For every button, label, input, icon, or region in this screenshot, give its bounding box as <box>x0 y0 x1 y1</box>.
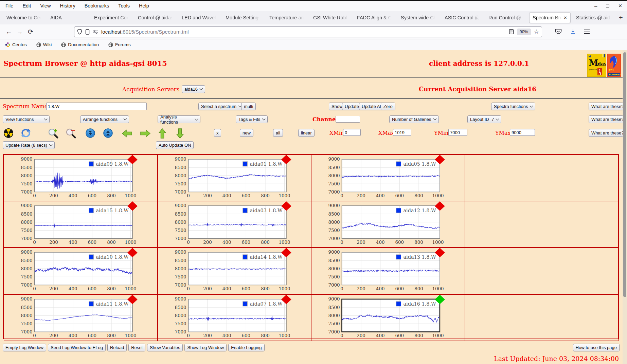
close-button[interactable]: ✕ <box>618 3 622 8</box>
number-of-galleries-dropdown[interactable]: Number of Galleries <box>389 115 439 123</box>
reload-button[interactable]: Reload <box>107 344 127 351</box>
send-log-window-to-elog-button[interactable]: Send Log Window to ELog <box>48 344 106 351</box>
reload-button[interactable]: ⟳ <box>25 26 36 37</box>
gallery-cell-aida14[interactable]: aida14 1.8.W9000850080007500700002004006… <box>158 248 311 294</box>
arrow-up-icon[interactable] <box>158 128 166 139</box>
gallery-cell-aida13[interactable]: aida13 1.8.W9000850080007500700002004006… <box>311 248 465 294</box>
refresh-icon[interactable] <box>20 128 31 138</box>
menu-view[interactable]: View <box>40 3 51 8</box>
acquisition-server-select[interactable]: aida16 <box>182 85 205 93</box>
multi-button[interactable]: multi <box>241 103 256 110</box>
new-tab-button[interactable]: + <box>619 14 623 22</box>
gallery-cell-aida09[interactable]: aida09 1.8.W9000850080007500700002004006… <box>4 154 158 201</box>
reader-mode-icon[interactable] <box>509 29 514 34</box>
spectrum-name-input[interactable] <box>46 103 147 110</box>
expand-up-icon[interactable] <box>103 128 113 138</box>
bookmark-centos[interactable]: Centos <box>5 42 27 47</box>
spectrum-chart[interactable]: aida10 1.8.W9000850080007500700002004006… <box>4 248 157 294</box>
zoom-in-icon[interactable] <box>48 128 59 139</box>
gallery-cell-aida03[interactable]: aida03 1.8.W9000850080007500700002004006… <box>158 201 311 248</box>
arrange-functions-dropdown[interactable]: Arrange functions <box>80 115 129 123</box>
new-button[interactable]: new <box>240 129 253 137</box>
update-rate-dropdown[interactable]: Update Rate (8 secs) <box>3 141 55 149</box>
browser-tab[interactable]: Run Control @ a <box>485 12 527 23</box>
x-button[interactable]: x <box>214 129 221 137</box>
gallery-cell-aida07[interactable]: aida07 1.8.W9000850080007500700002004006… <box>158 294 311 341</box>
menu-hamburger-icon[interactable] <box>584 29 590 35</box>
spectrum-chart[interactable]: aida11 1.8.W9000850080007500700002004006… <box>4 295 157 341</box>
select-spectrum-dropdown[interactable]: Select a spectrum <box>198 103 244 110</box>
bookmark-forums[interactable]: Forums <box>108 42 131 47</box>
layout-id-dropdown[interactable]: Layout ID=7 <box>467 115 501 123</box>
gallery-cell-aida11[interactable]: aida11 1.8.W9000850080007500700002004006… <box>4 294 158 341</box>
spectrum-chart[interactable]: aida09 1.8.W9000850080007500700002004006… <box>4 155 157 201</box>
menu-help[interactable]: Help <box>139 3 149 8</box>
gallery-cell-aida15[interactable]: aida15 1.8.W9000850080007500700002004006… <box>4 201 158 248</box>
gallery-cell-aida16[interactable]: aida16 1.8.W9000850080007500700002004006… <box>311 294 465 341</box>
all-button[interactable]: all <box>273 129 283 137</box>
menu-history[interactable]: History <box>60 3 75 8</box>
xmax-input[interactable] <box>393 129 411 136</box>
back-button[interactable]: ← <box>3 26 14 37</box>
browser-tab[interactable]: AIDA <box>47 12 89 23</box>
analysis-functions-dropdown[interactable]: Analysis functions <box>158 115 200 123</box>
scrollbar-thumb[interactable] <box>623 52 626 297</box>
browser-tab[interactable]: Temperature and <box>266 12 308 23</box>
bookmark-wiki[interactable]: Wiki <box>36 42 52 47</box>
spectrum-chart[interactable]: aida01 1.8.W9000850080007500700002004006… <box>158 155 311 201</box>
linear-button[interactable]: linear <box>298 129 315 137</box>
reset-button[interactable]: Reset <box>128 344 145 351</box>
permissions-icon[interactable] <box>93 30 98 34</box>
page-icon[interactable] <box>85 29 90 35</box>
empty-log-window-button[interactable]: Empty Log Window <box>3 344 46 351</box>
enable-logging-button[interactable]: Enable Logging <box>228 344 264 351</box>
zoom-out-icon[interactable] <box>66 128 76 139</box>
browser-tab[interactable]: Control @ aidas <box>135 12 176 23</box>
gallery-cell-aida12[interactable]: aida12 1.8.W9000850080007500700002004006… <box>311 201 465 248</box>
browser-tab-active[interactable]: Spectrum Brow✕ <box>529 12 571 23</box>
browser-tab[interactable]: Experiment Cont <box>91 12 132 23</box>
zoom-level-badge[interactable]: 90% <box>517 29 531 35</box>
spectrum-chart[interactable]: aida03 1.8.W9000850080007500700002004006… <box>158 201 311 247</box>
gallery-cell-aida05[interactable]: aida05 1.8.W9000850080007500700002004006… <box>311 154 465 201</box>
what-are-these-button-1[interactable]: What are these? <box>589 103 626 110</box>
pocket-icon[interactable] <box>555 29 562 35</box>
spectra-functions-dropdown[interactable]: Spectra functions <box>491 103 535 110</box>
auto-update-button[interactable]: Auto Update ON <box>156 141 194 149</box>
browser-tab[interactable]: LED and Wavefo <box>179 12 220 23</box>
tags-fits-dropdown[interactable]: Tags & Fits <box>236 115 268 123</box>
forward-button[interactable]: → <box>14 26 25 37</box>
spectrum-chart[interactable]: aida15 1.8.W9000850080007500700002004006… <box>4 201 157 247</box>
url-bar[interactable]: localhost:8015/Spectrum/Spectrum.tml 90%… <box>74 26 542 37</box>
browser-tab[interactable]: ASIC Control @ <box>442 12 483 23</box>
ymin-input[interactable] <box>448 129 467 136</box>
page-scrollbar[interactable] <box>623 50 627 364</box>
browser-tab[interactable]: Module Settings <box>222 12 264 23</box>
gallery-cell-aida10[interactable]: aida10 1.8.W9000850080007500700002004006… <box>4 248 158 294</box>
browser-tab[interactable]: Welcome to Cen <box>3 12 45 23</box>
browser-tab[interactable]: Statistics @ aida <box>573 12 614 23</box>
what-are-these-button-2[interactable]: What are these? <box>589 115 626 123</box>
how-to-use-button[interactable]: How to use this page <box>573 344 620 351</box>
spectrum-chart[interactable]: aida05 1.8.W9000850080007500700002004006… <box>311 155 465 201</box>
arrow-down-icon[interactable] <box>176 128 184 139</box>
url-text[interactable]: localhost:8015/Spectrum/Spectrum.tml <box>101 29 506 35</box>
spectrum-chart[interactable]: aida13 1.8.W9000850080007500700002004006… <box>311 248 465 294</box>
bookmark-documentation[interactable]: Documentation <box>61 42 99 47</box>
spectrum-chart[interactable]: aida14 1.8.W9000850080007500700002004006… <box>158 248 311 294</box>
maximize-button[interactable] <box>606 4 609 7</box>
show-variables-button[interactable]: Show Variables <box>147 344 183 351</box>
zero-button[interactable]: Zero <box>381 103 395 110</box>
tab-close-icon[interactable]: ✕ <box>563 15 567 20</box>
xmin-input[interactable] <box>343 129 361 136</box>
browser-tab[interactable]: System wide Ch <box>398 12 439 23</box>
browser-tab[interactable]: FADC Align & Co <box>354 12 395 23</box>
bookmark-star-icon[interactable]: ☆ <box>534 28 539 35</box>
menu-bookmarks[interactable]: Bookmarks <box>85 3 109 8</box>
collapse-down-icon[interactable] <box>85 128 95 138</box>
arrow-right-icon[interactable] <box>140 129 151 138</box>
menu-file[interactable]: File <box>5 3 13 8</box>
ymax-input[interactable] <box>510 129 535 136</box>
browser-tab[interactable]: GSI White Rabbi <box>310 12 352 23</box>
spectrum-chart[interactable]: aida12 1.8.W9000850080007500700002004006… <box>311 201 465 247</box>
